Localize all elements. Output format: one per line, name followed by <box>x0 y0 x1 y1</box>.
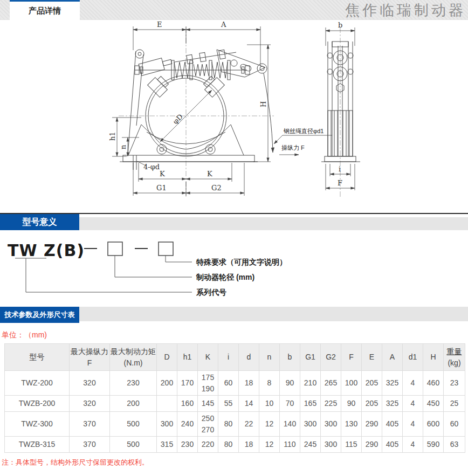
cell-model: TWZ-200 <box>5 371 70 396</box>
col-header-G2: G2 <box>321 344 341 371</box>
tab-product-details[interactable]: 产品详情 <box>10 0 80 20</box>
col-header-b: b <box>280 344 300 371</box>
col-header-A: A <box>382 344 403 371</box>
unit-label: 单位：（mm) <box>2 330 468 340</box>
col-header-F: F <box>341 344 362 371</box>
side-view <box>321 42 360 162</box>
page-header: 产品详情 焦作临瑞制动器 <box>0 0 468 20</box>
dim-label-H: H <box>259 101 267 107</box>
col-header-E: E <box>362 344 382 371</box>
cell-model: TWZ-300 <box>5 412 70 437</box>
tab-label: 产品详情 <box>29 6 61 16</box>
section-title-tech-params: 技术参数及外形尺寸表 <box>0 307 79 323</box>
dim-label-bolt-holes: 4-φd <box>143 163 160 171</box>
col-header-G1: G1 <box>300 344 321 371</box>
dim-label-G2: G2 <box>211 184 222 192</box>
table-row: TWZ-200 320 230 200 170 175 190 60 18 8 … <box>5 371 465 396</box>
cell-model: TWZB-315 <box>5 437 70 453</box>
cell-model: TWZB-200 <box>5 396 70 412</box>
model-callout-lines <box>15 256 192 292</box>
dim-label-i: i <box>339 165 341 173</box>
col-header-h1: h1 <box>177 344 198 371</box>
callout-wheel-diameter: 制动器轮径 (mm) <box>196 273 254 281</box>
section-header-tech-params: 技术参数及外形尺寸表 <box>0 307 468 325</box>
section-header-strip <box>79 307 468 321</box>
model-code-diagram: TW Z(B) 特殊要求（可用文字说明） 制动器轮径 (mm) 系列代号 <box>0 231 468 307</box>
table-row: TWZ-300 370 500 300 240 250 270 80 22 12… <box>5 412 465 437</box>
dim-label-b: b <box>338 21 342 29</box>
col-header-H: H <box>423 344 444 371</box>
leader-operating-force: 操纵力 F <box>281 144 305 151</box>
col-header-K: K <box>198 344 218 371</box>
centerlines <box>119 27 340 198</box>
dim-label-phiD: φD <box>171 113 184 126</box>
col-header-weight: 重量(kg) <box>444 344 465 371</box>
callout-special-requirement: 特殊要求（可用文字说明） <box>196 258 287 266</box>
weight-unit: (kg) <box>448 358 460 367</box>
table-header-row: 型号 最大操纵力F 最大制动力矩 (N.m) D h1 K i d n b G1… <box>5 344 465 371</box>
section-header-strip <box>79 217 468 230</box>
col-header-max-force: 最大操纵力F <box>70 344 110 371</box>
col-header-D: D <box>157 344 177 371</box>
dim-label-K1: K <box>160 170 165 178</box>
col-header-max-torque: 最大制动力矩 (N.m) <box>110 344 157 371</box>
leader-rope-diameter: 钢丝绳直径φd1 <box>283 128 324 134</box>
brand-watermark: 焦作临瑞制动器 <box>345 1 466 20</box>
callout-series-code: 系列代号 <box>196 288 226 296</box>
special-requirement-box <box>159 242 173 256</box>
dim-label-F: F <box>338 179 342 187</box>
weight-label: 重量 <box>447 347 462 356</box>
dim-label-G1: G1 <box>156 184 167 192</box>
technical-drawing: E A b H h1 n 4-φd K K G1 G2 i F φD 钢丝绳直径… <box>0 20 468 213</box>
parameters-table: 型号 最大操纵力F 最大制动力矩 (N.m) D h1 K i d n b G1… <box>4 343 465 453</box>
col-header-d: d <box>239 344 259 371</box>
col-header-i: i <box>218 344 239 371</box>
front-view <box>120 50 273 170</box>
dim-label-A: A <box>221 20 226 29</box>
section-title-model-meaning: 型号意义 <box>0 214 79 230</box>
wheel-diameter-box <box>108 242 122 256</box>
col-header-model: 型号 <box>5 344 70 371</box>
table-row: TWZB-315 370 500 315 230 220 80 18 12 11… <box>5 437 465 453</box>
table-row: TWZB-200 320 200 160 145 55 14 10 70 165… <box>5 396 465 412</box>
col-header-n: n <box>259 344 280 371</box>
dim-label-n: n <box>119 144 127 149</box>
col-header-d1: d1 <box>403 344 423 371</box>
footnote: 注：具体型号，结构外形尺寸保留更改的权利。 <box>2 458 468 467</box>
dim-label-h1: h1 <box>108 132 116 141</box>
dim-label-E: E <box>157 20 162 29</box>
section-header-model-meaning: 型号意义 <box>0 213 468 231</box>
dim-label-K2: K <box>207 170 212 178</box>
model-code-text: TW Z(B) <box>8 241 85 260</box>
